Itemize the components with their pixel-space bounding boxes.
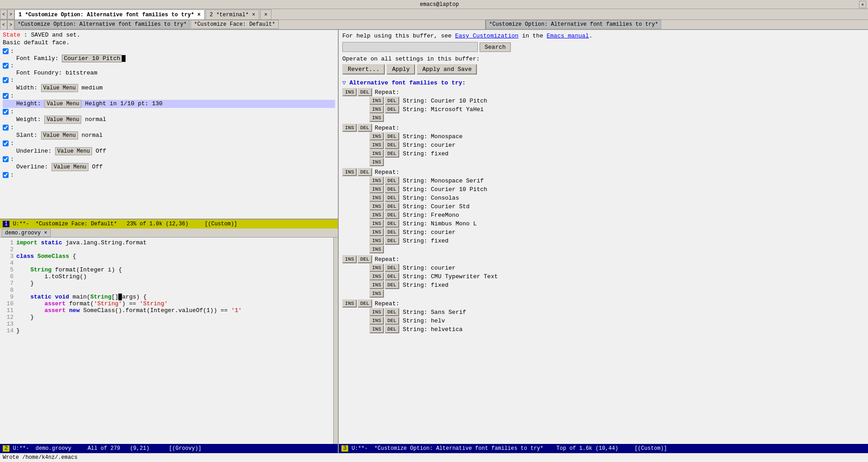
g4-del-1[interactable]: DEL [385,264,399,272]
g3-del-8[interactable]: DEL [385,237,399,245]
height-value-menu[interactable]: Value Menu [44,100,81,108]
g4-ins-2[interactable]: INS [369,272,384,280]
tab-next-btn[interactable]: > [7,9,14,19]
cb-foundry[interactable] [3,63,9,69]
revert-button[interactable]: Revert... [342,64,385,75]
g4-del-2[interactable]: DEL [385,272,399,280]
tab-customize-option[interactable]: 1 *Customize Option: Alternative font fa… [14,9,205,19]
subtab-customize-option[interactable]: *Customize Option: Alternative font fami… [14,20,190,29]
g3-del-4[interactable]: DEL [385,202,399,210]
g4-ins-3[interactable]: INS [369,281,384,289]
g1-del-2[interactable]: DEL [385,105,399,113]
g3-entry-1: INS DEL String: Monospace Serif [342,177,864,185]
group4-del-btn[interactable]: DEL [358,255,372,263]
group3-ins-btn[interactable]: INS [342,168,357,176]
status-text-2: U:**- demo.groovy All of 279 (9,21) [(Gr… [9,445,201,452]
g1-del-1[interactable]: DEL [385,97,399,105]
g2-ins-1[interactable]: INS [369,132,384,140]
g3-ins-8[interactable]: INS [369,237,384,245]
g3-entry-5: INS DEL String: FreeMono [342,211,864,219]
g3-ins-7[interactable]: INS [369,228,384,236]
underline-value-menu[interactable]: Value Menu [55,147,92,155]
group-1: INS DEL Repeat: INS DEL String: Courier … [342,88,864,122]
group3-del-btn[interactable]: DEL [358,168,372,176]
cb-slant[interactable] [3,125,9,131]
cb-width[interactable] [3,77,9,83]
cb-height[interactable] [3,93,9,99]
g3-del-7[interactable]: DEL [385,228,399,236]
g3-del-2[interactable]: DEL [385,185,399,193]
cb-overline[interactable] [3,156,9,162]
g5-ins-1[interactable]: INS [369,308,384,316]
g4-entry-1: INS DEL String: courier [342,264,864,272]
status-pane-num-2: 2 [3,445,9,452]
tab-demo-groovy[interactable]: demo.groovy × [2,229,51,237]
g2-del-2[interactable]: DEL [385,141,399,149]
code-editor[interactable]: 1import static java.lang.String.format 2… [0,238,333,444]
apply-save-button[interactable]: Apply and Save [417,64,477,75]
right-editor[interactable]: For help using this buffer, see Easy Cus… [339,30,868,444]
g4-ins-4[interactable]: INS [369,289,384,298]
close-button[interactable]: ✕ [859,1,866,8]
g3-ins-6[interactable]: INS [369,219,384,228]
group1-ins-btn[interactable]: INS [342,88,357,96]
apply-button[interactable]: Apply [387,64,415,75]
subtab-next-btn[interactable]: > [7,20,14,30]
g3-del-1[interactable]: DEL [385,177,399,185]
g3-ins-3[interactable]: INS [369,194,384,202]
g3-del-3[interactable]: DEL [385,194,399,202]
subtab-customize-face[interactable]: *Customize Face: Default* [191,20,278,29]
group2-del-btn[interactable]: DEL [358,124,372,132]
emacs-manual-link[interactable]: Emacs manual [547,33,589,39]
g3-ins-5[interactable]: INS [369,211,384,219]
g3-ins-2[interactable]: INS [369,185,384,193]
g2-del-3[interactable]: DEL [385,149,399,158]
g4-del-3[interactable]: DEL [385,281,399,289]
g3-ins-1[interactable]: INS [369,177,384,185]
g3-ins-4[interactable]: INS [369,202,384,210]
overline-value-menu[interactable]: Value Menu [51,163,89,171]
g4-ins-1[interactable]: INS [369,264,384,272]
g5-ins-3[interactable]: INS [369,325,384,333]
group5-del-btn[interactable]: DEL [358,299,372,308]
underline-row: Underline: Value Menu Off [3,147,335,155]
slant-value-menu[interactable]: Value Menu [41,131,78,140]
weight-value-menu[interactable]: Value Menu [44,116,81,124]
g5-del-3[interactable]: DEL [385,325,399,333]
subtab-prev-btn[interactable]: < [0,20,7,30]
g1-ins-1[interactable]: INS [369,97,384,105]
tab-close[interactable]: × [260,9,271,19]
g5-del-1[interactable]: DEL [385,308,399,316]
subtab-right-customize[interactable]: *Customize Option: Alternative font fami… [486,20,661,29]
tab-prev-btn[interactable]: < [0,9,7,19]
cb-underline[interactable] [3,140,9,146]
tab-bar: < > 1 *Customize Option: Alternative fon… [0,9,868,20]
g3-ins-9[interactable]: INS [369,245,384,253]
search-input[interactable] [342,42,478,52]
g3-del-6[interactable]: DEL [385,219,399,228]
cb-font-family[interactable] [3,48,9,54]
slant-row: Slant: Value Menu normal [3,131,335,140]
g2-ins-4[interactable]: INS [369,158,384,166]
g3-del-5[interactable]: DEL [385,211,399,219]
easy-customization-link[interactable]: Easy Customization [455,33,518,39]
code-scrollbar[interactable] [333,238,338,444]
group4-ins-btn[interactable]: INS [342,255,357,263]
g4-entry-4: INS [342,289,864,298]
tab-terminal[interactable]: 2 *terminal* × [205,9,259,19]
cb-extra[interactable] [3,172,9,178]
g1-ins-3[interactable]: INS [369,114,384,122]
width-value-menu[interactable]: Value Menu [41,84,78,92]
group1-del-btn[interactable]: DEL [358,88,372,96]
g3-entry-9: INS [342,245,864,253]
g5-ins-2[interactable]: INS [369,317,384,325]
group2-ins-btn[interactable]: INS [342,124,357,132]
cb-weight[interactable] [3,109,9,115]
g2-del-1[interactable]: DEL [385,132,399,140]
g2-ins-2[interactable]: INS [369,141,384,149]
g5-del-2[interactable]: DEL [385,317,399,325]
group5-ins-btn[interactable]: INS [342,299,357,308]
g1-ins-2[interactable]: INS [369,105,384,113]
search-button[interactable]: Search [480,42,511,52]
g2-ins-3[interactable]: INS [369,149,384,158]
